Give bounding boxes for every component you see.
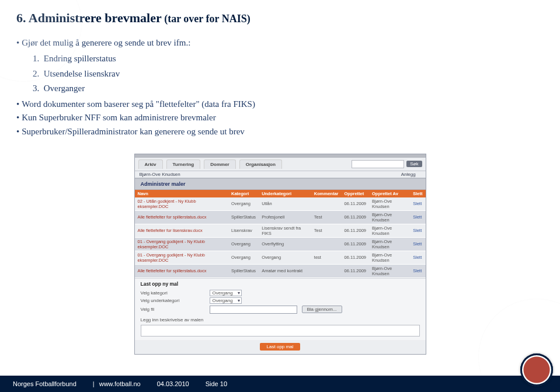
footer-sep: | bbox=[93, 380, 95, 387]
description-textarea[interactable] bbox=[141, 325, 420, 337]
table-row: 02 - Utlån godkjent - Ny Klubb eksempler… bbox=[135, 197, 426, 211]
numlist-3-text: Overganger bbox=[44, 84, 85, 93]
col-slett[interactable]: Slett bbox=[410, 190, 425, 197]
bullet-dot: • bbox=[16, 125, 19, 138]
cell-slett[interactable]: Slett bbox=[410, 264, 425, 277]
cell-slett[interactable]: Slett bbox=[410, 224, 425, 237]
cell-underkategori: Overflytting bbox=[259, 237, 311, 251]
cell-navn[interactable]: 01 - Overgang godkjent - Ny Klubb eksemp… bbox=[135, 251, 229, 264]
bullet-4: •Superbruker/Spilleradministrator kan ge… bbox=[16, 125, 544, 138]
cell-kategori: SpillerStatus bbox=[228, 264, 259, 277]
cell-kommentar: Test bbox=[311, 224, 342, 237]
bullet-3: •Kun Superbruker NFF som kan administrer… bbox=[16, 111, 544, 124]
col-opprettet[interactable]: Opprettet bbox=[341, 190, 369, 197]
cell-opprettet: 06.11.2009 bbox=[341, 210, 369, 224]
cell-kategori: Overgang bbox=[228, 237, 259, 251]
cell-opprettet: 06.11.2009 bbox=[341, 197, 369, 211]
upload-button[interactable]: Last opp mal bbox=[260, 343, 301, 351]
label-beskrivelse: Legg inn beskrivelse av malen bbox=[135, 315, 426, 322]
cell-kommentar bbox=[311, 264, 342, 277]
cell-navn[interactable]: Alle flettefelter for lisenskrav.docx bbox=[135, 224, 229, 237]
current-user: Bjørn-Ove Knudsen bbox=[140, 172, 180, 177]
bullet-dot: • bbox=[16, 36, 19, 50]
select-kategori[interactable]: Overgang bbox=[210, 290, 242, 296]
embedded-screenshot: Arkiv Turnering Dommer Organisasjon Søk … bbox=[134, 154, 426, 355]
cell-kommentar bbox=[311, 197, 342, 211]
cell-kategori: Overgang bbox=[228, 251, 259, 264]
cell-slett[interactable]: Slett bbox=[410, 197, 425, 211]
cell-underkategori: Overgang bbox=[259, 251, 311, 264]
cell-opprettet: 06.11.2009 bbox=[341, 237, 369, 251]
select-underkategori[interactable]: Overgang bbox=[210, 297, 242, 304]
cell-opprettet-av: Bjørn-Ove Knudsen bbox=[369, 210, 410, 224]
bullet-2: •Word dokumenter som baserer seg på "fle… bbox=[16, 98, 544, 111]
col-underkategori[interactable]: Underkategori bbox=[259, 190, 311, 197]
col-kommentar[interactable]: Kommentar bbox=[311, 190, 342, 197]
cell-underkategori: Utlån bbox=[259, 197, 311, 211]
table-row: Alle flettefelter for spillerstatus.docx… bbox=[135, 210, 426, 224]
tab-dommer[interactable]: Dommer bbox=[204, 159, 235, 169]
cell-opprettet: 06.11.2009 bbox=[341, 251, 369, 264]
cell-kommentar: test bbox=[311, 251, 342, 264]
col-kategori[interactable]: Kategori bbox=[228, 190, 259, 197]
col-navn[interactable]: Navn bbox=[135, 190, 229, 197]
footer-page: Side 10 bbox=[206, 380, 227, 387]
cell-navn[interactable]: 02 - Utlån godkjent - Ny Klubb eksempler… bbox=[135, 197, 229, 211]
templates-table: Navn Kategori Underkategori Kommentar Op… bbox=[135, 190, 426, 278]
cell-opprettet-av: Bjørn-Ove Knudsen bbox=[369, 264, 410, 277]
table-row: 01 - Overgang godkjent - Ny Klubb eksemp… bbox=[135, 251, 426, 264]
cell-slett[interactable]: Slett bbox=[410, 237, 425, 251]
browse-button[interactable]: Bla gjennom... bbox=[302, 306, 342, 313]
numlist-1-text: Endring spillerstatus bbox=[44, 54, 116, 63]
section-title-administrer: Administrer maler bbox=[135, 178, 426, 190]
cell-opprettet-av: Bjørn-Ove Knudsen bbox=[369, 237, 410, 251]
cell-navn[interactable]: Alle flettefelter for spillerstatus.docx bbox=[135, 264, 229, 277]
search-input[interactable] bbox=[352, 160, 404, 168]
bullet-1: •Gjør det mulig å generere og sende ut b… bbox=[16, 36, 544, 50]
tab-organisasjon[interactable]: Organisasjon bbox=[239, 159, 282, 169]
cell-opprettet-av: Bjørn-Ove Knudsen bbox=[369, 197, 410, 211]
upload-section-title: Last opp ny mal bbox=[135, 279, 426, 289]
cell-underkategori: Lisenskrav sendt fra FIKS bbox=[259, 224, 311, 237]
cell-underkategori: Profesjonell bbox=[259, 210, 311, 224]
table-row: Alle flettefelter for spillerstatus.docx… bbox=[135, 264, 426, 277]
title-suffix: (tar over for NAIS) bbox=[162, 13, 251, 25]
bullet-dot: • bbox=[16, 98, 19, 111]
anlegg-link[interactable]: Anlegg bbox=[401, 172, 416, 177]
cell-kommentar bbox=[311, 237, 342, 251]
file-input[interactable] bbox=[210, 306, 297, 314]
footer-org: Norges Fotballforbund bbox=[13, 380, 76, 387]
cell-kategori: SpillerStatus bbox=[228, 210, 259, 224]
table-row: 01 - Overgang godkjent - Ny Klubb eksemp… bbox=[135, 237, 426, 251]
footer-date: 04.03.2010 bbox=[157, 380, 189, 387]
cell-opprettet-av: Bjørn-Ove Knudsen bbox=[369, 251, 410, 264]
label-velg-underkategori: Velg underkategori bbox=[141, 298, 205, 303]
numlist-2-text: Utsendelse lisenskrav bbox=[44, 69, 120, 78]
bullet-1-text: Gjør det mulig å generere og sende ut br… bbox=[22, 36, 190, 50]
numlist-3: 3. Overganger bbox=[33, 82, 544, 95]
cell-kategori: Lisenskrav bbox=[228, 224, 259, 237]
cell-slett[interactable]: Slett bbox=[410, 210, 425, 224]
cell-navn[interactable]: Alle flettefelter for spillerstatus.docx bbox=[135, 210, 229, 224]
ss-tabbar: Arkiv Turnering Dommer Organisasjon Søk bbox=[135, 158, 426, 171]
nff-logo bbox=[520, 353, 553, 386]
cell-opprettet: 06.11.2009 bbox=[341, 264, 369, 277]
cell-opprettet: 06.11.2009 bbox=[341, 224, 369, 237]
footer-url: www.fotball.no bbox=[99, 380, 141, 387]
cell-kommentar: Test bbox=[311, 210, 342, 224]
table-row: Alle flettefelter for lisenskrav.docxLis… bbox=[135, 224, 426, 237]
slide-footer: Norges Fotballforbund | www.fotball.no 0… bbox=[0, 376, 560, 392]
numlist-1: 1. Endring spillerstatus bbox=[33, 52, 544, 65]
bullet-dot: • bbox=[16, 111, 19, 124]
bullet-3-text: Kun Superbruker NFF som kan administrere… bbox=[22, 111, 215, 124]
search-button[interactable]: Søk bbox=[406, 161, 422, 167]
col-opprettet-av[interactable]: Opprettet Av bbox=[369, 190, 410, 197]
cell-slett[interactable]: Slett bbox=[410, 251, 425, 264]
bullet-4-text: Superbruker/Spilleradministrator kan gen… bbox=[22, 125, 245, 138]
tab-turnering[interactable]: Turnering bbox=[166, 159, 201, 169]
cell-opprettet-av: Bjørn-Ove Knudsen bbox=[369, 224, 410, 237]
numlist-2: 2. Utsendelse lisenskrav bbox=[33, 67, 544, 81]
tab-arkiv[interactable]: Arkiv bbox=[138, 159, 163, 169]
cell-navn[interactable]: 01 - Overgang godkjent - Ny Klubb eksemp… bbox=[135, 237, 229, 251]
cell-kategori: Overgang bbox=[228, 197, 259, 211]
